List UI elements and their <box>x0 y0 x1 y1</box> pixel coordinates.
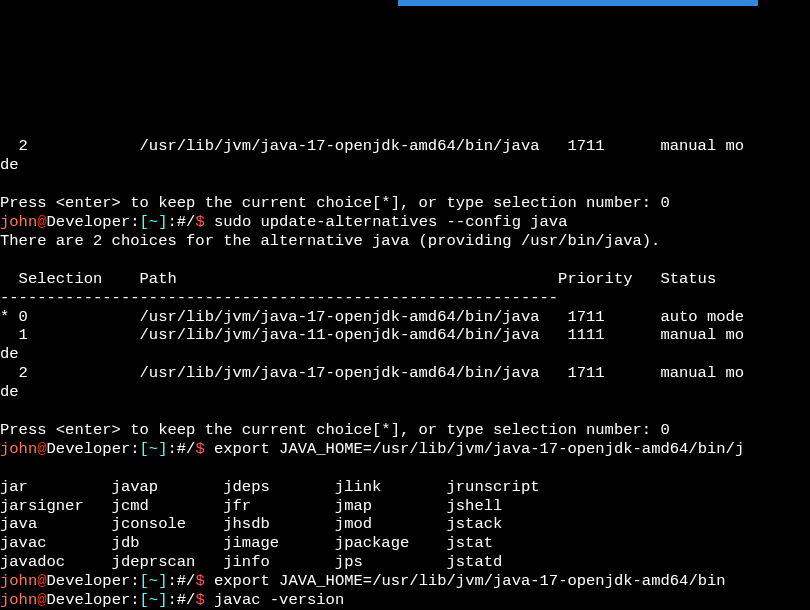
output-line: Press <enter> to keep the current choice… <box>0 421 670 439</box>
prompt-user: john <box>0 572 37 590</box>
prompt-dollar: $ <box>195 591 204 609</box>
output-line: de <box>0 383 19 401</box>
prompt-tilde: ~ <box>149 572 158 590</box>
prompt-tilde: ~ <box>149 213 158 231</box>
command-text: sudo update-alternatives --config java <box>205 213 568 231</box>
prompt-dollar: $ <box>195 213 204 231</box>
output-line: javac jdb jimage jpackage jstat <box>0 534 493 552</box>
prompt-lbracket: [ <box>140 591 149 609</box>
output-line: 1 /usr/lib/jvm/java-11-openjdk-amd64/bin… <box>0 326 744 344</box>
prompt-lbracket: [ <box>140 572 149 590</box>
window-top-accent <box>398 0 758 6</box>
prompt-user: john <box>0 440 37 458</box>
output-line: jar javap jdeps jlink jrunscript <box>0 478 540 496</box>
prompt-dollar: $ <box>195 572 204 590</box>
prompt-path: :#/ <box>167 591 195 609</box>
output-line: de <box>0 156 19 174</box>
prompt-host: Developer: <box>47 591 140 609</box>
prompt-dollar: $ <box>195 440 204 458</box>
terminal-output[interactable]: 2 /usr/lib/jvm/java-17-openjdk-amd64/bin… <box>0 118 810 610</box>
prompt-line: john@Developer:[~]:#/$ export JAVA_HOME=… <box>0 440 744 458</box>
prompt-tilde: ~ <box>149 591 158 609</box>
output-line: 2 /usr/lib/jvm/java-17-openjdk-amd64/bin… <box>0 364 744 382</box>
prompt-lbracket: [ <box>140 213 149 231</box>
command-text: javac -version <box>205 591 345 609</box>
prompt-host: Developer: <box>47 440 140 458</box>
output-line: de <box>0 345 19 363</box>
prompt-host: Developer: <box>47 572 140 590</box>
output-line: Selection Path Priority Status <box>0 270 716 288</box>
output-line: java jconsole jhsdb jmod jstack <box>0 515 502 533</box>
prompt-line: john@Developer:[~]:#/$ export JAVA_HOME=… <box>0 572 726 590</box>
prompt-lbracket: [ <box>140 440 149 458</box>
prompt-path: :#/ <box>167 572 195 590</box>
output-line: ----------------------------------------… <box>0 289 558 307</box>
prompt-line: john@Developer:[~]:#/$ sudo update-alter… <box>0 213 567 231</box>
prompt-user: john <box>0 591 37 609</box>
prompt-path: :#/ <box>167 213 195 231</box>
prompt-host: Developer: <box>47 213 140 231</box>
prompt-path: :#/ <box>167 440 195 458</box>
prompt-at: @ <box>37 572 46 590</box>
prompt-at: @ <box>37 440 46 458</box>
prompt-line: john@Developer:[~]:#/$ javac -version <box>0 591 344 609</box>
output-line: * 0 /usr/lib/jvm/java-17-openjdk-amd64/b… <box>0 308 744 326</box>
prompt-user: john <box>0 213 37 231</box>
command-text: export JAVA_HOME=/usr/lib/jvm/java-17-op… <box>205 440 745 458</box>
command-text: export JAVA_HOME=/usr/lib/jvm/java-17-op… <box>205 572 726 590</box>
output-line: Press <enter> to keep the current choice… <box>0 194 670 212</box>
output-line: javadoc jdeprscan jinfo jps jstatd <box>0 553 502 571</box>
prompt-at: @ <box>37 591 46 609</box>
prompt-tilde: ~ <box>149 440 158 458</box>
output-line: jarsigner jcmd jfr jmap jshell <box>0 497 502 515</box>
output-line: There are 2 choices for the alternative … <box>0 232 660 250</box>
prompt-at: @ <box>37 213 46 231</box>
output-line: 2 /usr/lib/jvm/java-17-openjdk-amd64/bin… <box>0 137 744 155</box>
